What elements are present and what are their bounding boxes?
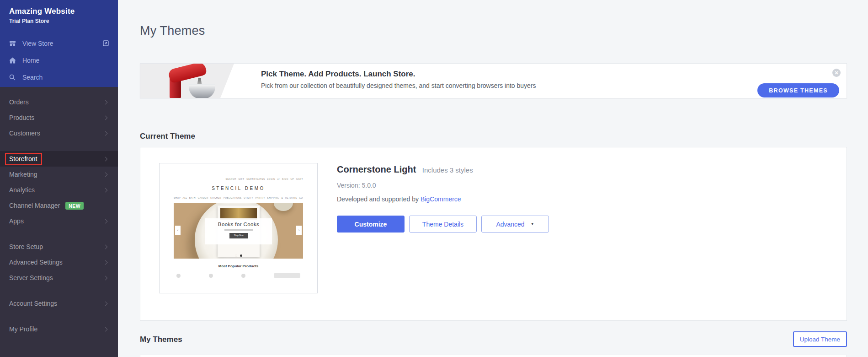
sidebar-item-orders[interactable]: Orders	[0, 94, 118, 110]
my-themes-card-partial	[140, 355, 847, 357]
main-content: My Themes Pick Theme. Add Products. Laun…	[118, 0, 868, 357]
home-icon	[9, 57, 16, 64]
advanced-dropdown-button[interactable]: Advanced ▼	[481, 216, 549, 233]
shop-now-button: Shop Now	[229, 233, 248, 238]
chevron-right-icon	[103, 276, 108, 280]
customize-button[interactable]: Customize	[337, 216, 405, 233]
chevron-right-icon	[103, 115, 108, 120]
sidebar-item-customers[interactable]: Customers	[0, 125, 118, 141]
external-link-icon	[103, 40, 109, 46]
sidebar-item-storefront[interactable]: Storefront	[0, 151, 118, 167]
sidebar-item-analytics[interactable]: Analytics	[0, 182, 118, 198]
banner-heading: Pick Theme. Add Products. Launch Store.	[261, 70, 847, 79]
hero-overlay-panel: Books for Cooks Shop Now	[205, 218, 272, 244]
theme-developer-line: Developed and supported by BigCommerce	[337, 195, 549, 203]
banner-mixer-image	[140, 64, 234, 98]
chevron-right-icon	[103, 327, 108, 331]
sidebar-item-home[interactable]: Home	[9, 52, 109, 69]
cup-photo	[274, 203, 293, 211]
sidebar-item-label: Advanced Settings	[9, 259, 63, 266]
chevron-right-icon	[103, 131, 108, 135]
browse-themes-button[interactable]: BROWSE THEMES	[757, 83, 839, 97]
theme-preview-thumbnail[interactable]: SEARCH GIFT CERTIFICATES LOGIN or SIGN U…	[159, 163, 318, 293]
sidebar-item-channel-manager[interactable]: Channel Manager NEW	[0, 198, 118, 213]
hero-title: Books for Cooks	[205, 222, 272, 227]
my-themes-section-header: My Themes Upload Theme	[140, 331, 847, 347]
sidebar-item-label: Apps	[9, 217, 24, 225]
chevron-right-icon	[103, 244, 108, 249]
preview-utility-nav: SEARCH GIFT CERTIFICATES LOGIN or SIGN U…	[174, 178, 303, 180]
preview-products-heading: Most Popular Products	[174, 264, 303, 268]
sidebar-item-label: View Store	[22, 40, 53, 47]
close-icon[interactable]: ✕	[832, 69, 841, 77]
sidebar-item-label: Marketing	[9, 171, 37, 178]
mini-storefront-preview: SEARCH GIFT CERTIFICATES LOGIN or SIGN U…	[174, 178, 303, 281]
sidebar-item-label: Analytics	[9, 186, 35, 194]
chevron-right-icon	[103, 188, 108, 192]
upload-theme-button[interactable]: Upload Theme	[793, 331, 847, 347]
sidebar-item-search[interactable]: Search	[9, 69, 109, 86]
annotation-highlight-box: Storefront	[5, 153, 42, 165]
sidebar-menu: Orders Products Customers Storefront Mar…	[0, 87, 118, 337]
carousel-dots	[174, 254, 303, 257]
banner-text: Pick Theme. Add Products. Launch Store. …	[140, 64, 847, 89]
current-theme-heading: Current Theme	[140, 132, 847, 140]
sidebar-item-apps[interactable]: Apps	[0, 213, 118, 229]
search-icon	[9, 74, 16, 81]
sidebar-item-server-settings[interactable]: Server Settings	[0, 270, 118, 286]
chevron-right-icon	[103, 100, 108, 104]
preview-product-row	[174, 273, 303, 278]
chevron-right-icon	[103, 260, 108, 265]
theme-actions: Customize Theme Details Advanced ▼	[337, 216, 549, 233]
theme-info: Cornerstone Light Includes 3 styles Vers…	[337, 164, 549, 233]
chevron-right-icon	[103, 157, 108, 161]
sidebar-item-label: Search	[22, 74, 43, 81]
carousel-prev-icon: ‹	[175, 226, 181, 235]
sidebar-item-products[interactable]: Products	[0, 110, 118, 125]
current-theme-card: SEARCH GIFT CERTIFICATES LOGIN or SIGN U…	[140, 147, 847, 321]
sidebar-item-label: Channel Manager	[9, 202, 60, 209]
my-themes-heading: My Themes	[140, 335, 182, 343]
sidebar-item-label: Products	[9, 114, 34, 121]
sidebar-item-label: Account Settings	[9, 300, 57, 307]
sidebar-item-account-settings[interactable]: Account Settings	[0, 296, 118, 311]
storefront-icon	[9, 40, 16, 46]
stand-mixer-illustration	[163, 65, 223, 98]
sidebar-item-label: My Profile	[9, 325, 37, 333]
preview-nav: SHOP ALL BATH GARDEN KITCHEN PUBLICATION…	[174, 197, 303, 199]
theme-styles-note: Includes 3 styles	[422, 166, 473, 174]
sidebar-item-view-store[interactable]: View Store	[9, 35, 109, 52]
carousel-next-icon: ›	[296, 226, 302, 235]
sidebar-item-label: Home	[22, 57, 39, 64]
sidebar-item-label: Server Settings	[9, 274, 53, 281]
page-title: My Themes	[140, 24, 847, 38]
sidebar-store-header: Amazing Website Trial Plan Store View St…	[0, 0, 118, 87]
bigcommerce-link[interactable]: BigCommerce	[421, 195, 461, 203]
promo-banner: Pick Theme. Add Products. Launch Store. …	[140, 63, 847, 98]
theme-details-button[interactable]: Theme Details	[409, 216, 477, 233]
store-name: Amazing Website	[9, 7, 109, 16]
sidebar: Amazing Website Trial Plan Store View St…	[0, 0, 118, 357]
chevron-right-icon	[103, 172, 108, 177]
chevron-right-icon	[103, 219, 108, 223]
hero-subtext-placeholder	[224, 229, 253, 231]
sidebar-quick-links: View Store Home Search	[9, 35, 109, 86]
theme-version: Version: 5.0.0	[337, 182, 549, 189]
preview-logo: STENCIL DEMO	[174, 186, 303, 191]
chevron-down-icon: ▼	[531, 222, 534, 226]
sidebar-item-store-setup[interactable]: Store Setup	[0, 239, 118, 254]
sidebar-item-label: Storefront	[9, 155, 37, 162]
new-badge: NEW	[65, 202, 84, 210]
sidebar-item-marketing[interactable]: Marketing	[0, 167, 118, 182]
chevron-right-icon	[103, 301, 108, 306]
preview-hero: Books for Cooks Shop Now ‹ ›	[174, 203, 303, 259]
sidebar-item-label: Orders	[9, 98, 29, 106]
theme-name: Cornerstone Light	[337, 164, 416, 174]
sidebar-item-my-profile[interactable]: My Profile	[0, 321, 118, 337]
sidebar-item-advanced-settings[interactable]: Advanced Settings	[0, 254, 118, 270]
sidebar-item-label: Store Setup	[9, 243, 43, 250]
store-plan: Trial Plan Store	[9, 18, 109, 24]
sidebar-item-label: Customers	[9, 130, 40, 137]
